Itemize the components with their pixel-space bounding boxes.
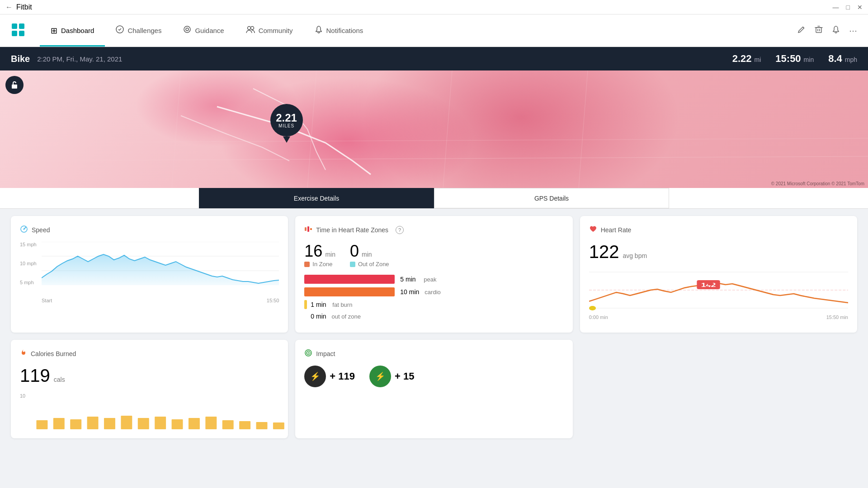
svg-rect-3 [19, 31, 24, 36]
svg-rect-24 [310, 228, 312, 230]
nav-guidance-label: Guidance [195, 27, 224, 34]
out-zone-dot [350, 262, 355, 267]
svg-rect-35 [87, 417, 99, 429]
heart-rate-icon [589, 225, 597, 235]
close-button[interactable]: ✕ [857, 4, 863, 11]
more-icon[interactable]: ⋯ [849, 26, 857, 36]
calories-card-title: Calories Burned [20, 349, 279, 358]
fatburn-label: fat burn [332, 301, 352, 308]
out-zone-label: Out of Zone [350, 261, 389, 267]
activity-header: Bike 2:20 PM, Fri., May. 21, 2021 2.22 m… [0, 47, 868, 70]
outzone-label: out of zone [332, 313, 361, 320]
stat-distance: 2.22 mi [732, 53, 761, 65]
impact-item-1: ⚡ + 119 [304, 366, 355, 387]
svg-rect-45 [256, 422, 268, 429]
hr-card-title: Heart Rate [589, 225, 848, 235]
tab-gps-details[interactable]: GPS Details [434, 188, 669, 208]
title-bar: ← Fitbit — □ ✕ [0, 0, 868, 14]
impact-card: Impact ⚡ + 119 ⚡ + 15 [295, 340, 572, 438]
svg-rect-23 [307, 226, 309, 232]
map-route-overlay [0, 70, 868, 188]
minimize-button[interactable]: — [833, 4, 839, 11]
hr-zones-title: Time in Heart Rate Zones ? [304, 225, 563, 235]
calories-y-label: 10 [20, 393, 25, 420]
in-zone-min-label: min [325, 251, 335, 258]
empty-placeholder [580, 340, 857, 438]
svg-rect-33 [53, 418, 65, 429]
hr-zones-card: Time in Heart Rate Zones ? 16 min In Zon… [295, 216, 572, 333]
sidebar-item-community[interactable]: Community [235, 14, 304, 47]
hr-title-text: Heart Rate [601, 226, 632, 234]
distance-unit: mi [755, 56, 761, 63]
activity-type: Bike [11, 54, 30, 64]
svg-point-31 [589, 306, 596, 310]
svg-rect-9 [816, 28, 821, 33]
outzone-time: 0 min [304, 313, 326, 320]
zone-bar-peak [304, 275, 395, 284]
map-pin-bubble: 2.21 MILES [270, 104, 303, 136]
speed-x-labels: Start 15:50 [20, 298, 279, 303]
challenges-icon [116, 25, 124, 36]
svg-point-30 [708, 282, 713, 286]
svg-point-6 [186, 28, 189, 31]
edit-icon[interactable] [797, 25, 806, 36]
heart-rate-card: Heart Rate 122 avg bpm 142 [580, 216, 857, 333]
hr-avg-value: 122 [589, 242, 619, 262]
hr-zones-icon [304, 225, 312, 235]
nav-logo[interactable] [11, 23, 25, 39]
out-zone-stat: 0 min Out of Zone [350, 242, 389, 267]
stat-speed: 8.4 mph [828, 53, 857, 65]
map-area: 2.21 MILES © 2021 Microsoft Corporation … [0, 70, 868, 188]
dashboard-icon: ⊞ [51, 26, 57, 36]
svg-rect-38 [138, 418, 149, 429]
zone-bars: 5 min peak 10 min cardio 1 min fat burn … [304, 275, 563, 320]
zone-row-cardio: 10 min cardio [304, 287, 563, 296]
impact-lightning-2: ⚡ [369, 366, 391, 387]
map-copyright: © 2021 Microsoft Corporation © 2021 TomT… [771, 181, 864, 186]
svg-point-18 [24, 229, 25, 230]
sidebar-item-guidance[interactable]: Guidance [172, 14, 235, 47]
hr-chart: 142 [589, 267, 848, 313]
tab-exercise-details[interactable]: Exercise Details [199, 188, 434, 208]
svg-rect-36 [104, 418, 115, 429]
hr-zones-help-icon[interactable]: ? [396, 226, 404, 234]
calories-chart: 10 [20, 393, 279, 429]
speed-y-labels: 15 mph 10 mph 5 mph [20, 242, 37, 285]
nav-community-label: Community [259, 27, 293, 34]
back-button[interactable]: ← [5, 3, 13, 11]
tab-bar: Exercise Details GPS Details [0, 188, 868, 209]
flame-icon [20, 349, 27, 358]
maximize-button[interactable]: □ [846, 4, 850, 11]
app-name: Fitbit [16, 3, 32, 11]
svg-rect-44 [239, 421, 250, 429]
in-zone-label: In Zone [304, 261, 335, 267]
hr-avg-display: 122 avg bpm [589, 242, 848, 262]
sidebar-item-dashboard[interactable]: ⊞ Dashboard [40, 14, 105, 47]
fatburn-time: 1 min [311, 301, 329, 308]
out-zone-min-label: min [362, 251, 372, 258]
sidebar-item-challenges[interactable]: Challenges [105, 14, 172, 47]
impact-card-title: Impact [304, 349, 563, 358]
zone-row-outzone: 0 min out of zone [304, 313, 563, 320]
sidebar-item-notifications[interactable]: Notifications [304, 14, 374, 47]
zone-bar-fatburn [304, 300, 307, 309]
impact-stats: ⚡ + 119 ⚡ + 15 [304, 366, 563, 387]
svg-point-5 [184, 26, 190, 33]
impact-lightning-1: ⚡ [304, 366, 326, 387]
svg-rect-16 [12, 84, 17, 89]
svg-point-7 [247, 27, 250, 30]
svg-rect-42 [205, 417, 217, 429]
svg-rect-32 [36, 420, 47, 429]
impact-title: Impact [316, 350, 335, 357]
svg-point-49 [308, 352, 309, 354]
map-lock-button[interactable] [5, 76, 24, 94]
speed-chart-svg-area [42, 242, 279, 296]
peak-time: 5 min [400, 276, 418, 283]
bell-icon[interactable] [832, 25, 840, 36]
stat-duration: 15:50 min [775, 53, 814, 65]
speed-unit: mph [845, 56, 857, 63]
zone-row-peak: 5 min peak [304, 275, 563, 284]
svg-rect-1 [19, 23, 24, 29]
speed-card: Speed 15 mph 10 mph 5 mph [11, 216, 288, 333]
delete-icon[interactable] [815, 25, 823, 36]
